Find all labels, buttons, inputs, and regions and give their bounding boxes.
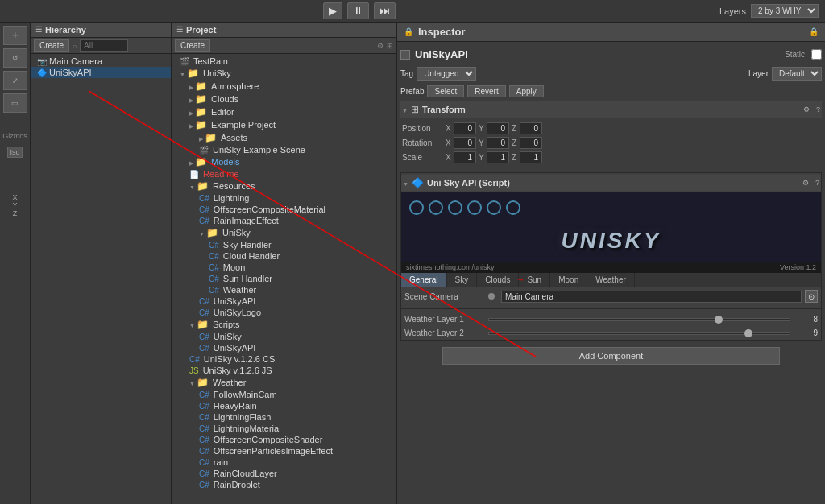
project-item-uniskyapi-scripts[interactable]: C# UniSkyAPI	[172, 342, 396, 353]
rot-x-input[interactable]	[454, 137, 476, 149]
gizmo-rect[interactable]: ▭	[3, 93, 27, 113]
project-create-button[interactable]: Create	[175, 39, 210, 52]
project-item-unisky-sub[interactable]: 📁 UniSky	[172, 226, 396, 239]
revert-button[interactable]: Revert	[467, 85, 505, 97]
project-item-weather-folder[interactable]: 📁 Weather	[172, 376, 396, 389]
project-item-weather-unisky[interactable]: C# Weather	[172, 284, 396, 295]
weather-layer1-thumb[interactable]	[715, 316, 723, 324]
project-item-lightning[interactable]: C# Lightning	[172, 192, 396, 204]
project-item-resources[interactable]: 📁 Resources	[172, 180, 396, 192]
tab-sky[interactable]: Sky	[447, 273, 478, 287]
rot-y-input[interactable]	[487, 137, 509, 149]
script-icon: C#	[199, 424, 209, 433]
project-item-models[interactable]: 📁 Models	[172, 155, 396, 168]
weather-layer2-track[interactable]	[488, 332, 790, 335]
project-item-followmaincam[interactable]: C# FollowMainCam	[172, 389, 396, 400]
pos-x-item: X	[446, 122, 476, 134]
project-item-rainimageeffect[interactable]: C# RainImageEffect	[172, 215, 396, 226]
project-item-uniskyapi-script[interactable]: C# UniSkyAPI	[172, 295, 396, 307]
tab-weather[interactable]: Weather	[587, 273, 635, 287]
sc-y-input[interactable]	[487, 151, 509, 163]
hierarchy-item-uniskyapi[interactable]: 🔷 UniSkyAPI	[31, 67, 171, 78]
project-item-unisky-cs[interactable]: C# UniSky v.1.2.6 CS	[172, 353, 396, 365]
project-item-unisky-script[interactable]: C# UniSky	[172, 331, 396, 342]
script-settings-icon[interactable]: ⚙	[802, 179, 809, 187]
scene-camera-picker[interactable]: ⊙	[805, 290, 818, 303]
pos-y-input[interactable]	[487, 122, 509, 134]
project-icons-icon[interactable]: ⊞	[387, 42, 393, 50]
tag-dropdown[interactable]: Untagged	[417, 67, 476, 81]
layer-dropdown[interactable]: Default	[772, 67, 822, 81]
transform-component-header[interactable]: ⊞ Transform ⚙ ?	[400, 101, 822, 118]
project-item-raindroplet[interactable]: C# RainDroplet	[172, 479, 396, 490]
project-item-readme[interactable]: 📄 Read me	[172, 168, 396, 180]
project-item-offscreencomposite[interactable]: C# OffscreenCompositeMaterial	[172, 204, 396, 215]
project-item-rain[interactable]: C# rain	[172, 456, 396, 468]
project-item-heavyrain[interactable]: C# HeavyRain	[172, 400, 396, 411]
project-item-testrain[interactable]: 🎬 TestRain	[172, 56, 396, 67]
layers-dropdown[interactable]: 2 by 3 WHY	[751, 4, 819, 18]
tab-general[interactable]: General	[401, 273, 447, 287]
project-item-offscreenparticles[interactable]: C# OffscreenParticlesImageEffect	[172, 445, 396, 456]
hierarchy-create-button[interactable]: Create	[34, 39, 69, 52]
project-item-lightningmaterial[interactable]: C# LightningMaterial	[172, 423, 396, 434]
weather-layer1-track[interactable]	[488, 318, 790, 321]
pos-z-input[interactable]	[520, 122, 542, 134]
project-item-raincloudlayer[interactable]: C# RainCloudLayer	[172, 468, 396, 479]
transform-settings-icon[interactable]: ⚙	[803, 105, 810, 114]
weather-layer2-thumb[interactable]	[744, 329, 752, 337]
project-item-skyhandler[interactable]: C# Sky Handler	[172, 239, 396, 250]
pause-button[interactable]: ⏸	[347, 2, 369, 19]
tab-clouds[interactable]: Clouds →	[477, 273, 519, 287]
sc-x-input[interactable]	[454, 151, 476, 163]
gizmo-move[interactable]: ✛	[3, 26, 27, 45]
rot-z-input[interactable]	[520, 137, 542, 149]
weather-layer1-row: Weather Layer 1 8	[401, 312, 821, 326]
project-item-clouds[interactable]: 📁 Clouds	[172, 93, 396, 105]
script-icon: 🔷	[412, 177, 424, 188]
project-item-example-scene[interactable]: 🎬 UniSky Example Scene	[172, 144, 396, 155]
static-checkbox[interactable]	[811, 49, 822, 60]
select-button[interactable]: Select	[427, 85, 464, 97]
project-item-unisky-root[interactable]: 📁 UniSky	[172, 67, 396, 80]
project-item-editor[interactable]: 📁 Editor	[172, 105, 396, 118]
script-icon: C#	[199, 194, 209, 203]
hierarchy-item-maincamera[interactable]: 📷 Main Camera	[31, 56, 171, 67]
gizmo-scale[interactable]: ⤢	[3, 71, 27, 90]
object-active-checkbox[interactable]	[400, 50, 410, 60]
project-item-sunhandler[interactable]: C# Sun Handler	[172, 273, 396, 284]
project-item-lightningflash[interactable]: C# LightningFlash	[172, 411, 396, 423]
apply-button[interactable]: Apply	[509, 85, 544, 97]
hierarchy-search-input[interactable]	[80, 39, 128, 52]
project-item-cloudhandler[interactable]: C# Cloud Handler	[172, 250, 396, 262]
pos-x-input[interactable]	[454, 122, 476, 134]
sc-z-input[interactable]	[520, 151, 542, 163]
project-item-scripts[interactable]: 📁 Scripts	[172, 318, 396, 331]
project-item-uniskylogo[interactable]: C# UniSkyLogo	[172, 307, 396, 318]
transform-help-icon[interactable]: ?	[816, 105, 820, 114]
tab-moon[interactable]: Moon	[550, 273, 587, 287]
folder-arrow	[189, 107, 193, 117]
project-item-assets[interactable]: 📁 Assets	[172, 131, 396, 144]
gizmo-rotate[interactable]: ↺	[3, 48, 27, 68]
lock-icon[interactable]: 🔒	[809, 27, 819, 36]
add-component-button[interactable]: Add Component	[442, 347, 779, 365]
project-item-example-project[interactable]: 📁 Example Project	[172, 118, 396, 131]
project-menu-icon[interactable]: ⚙	[377, 42, 383, 50]
tree-item-label: LightningMaterial	[214, 423, 281, 433]
project-title: Project	[186, 25, 216, 35]
project-item-moon[interactable]: C# Moon	[172, 262, 396, 273]
script-help-icon[interactable]: ?	[815, 179, 819, 187]
play-button[interactable]: ▶	[323, 2, 342, 19]
step-button[interactable]: ⏭	[374, 2, 396, 19]
unisky-circles	[409, 200, 520, 215]
project-item-atmosphere[interactable]: 📁 Atmosphere	[172, 80, 396, 93]
iso-label[interactable]: Iso	[7, 147, 22, 158]
folder-arrow	[189, 378, 195, 387]
scene-camera-input[interactable]	[501, 291, 802, 303]
project-item-unisky-js[interactable]: JS UniSky v.1.2.6 JS	[172, 365, 396, 376]
project-item-offscreencompositeshader[interactable]: C# OffscreenCompositeShader	[172, 434, 396, 445]
hierarchy-search-icon: ⌕	[73, 42, 77, 50]
tree-item-label: RainCloudLayer	[214, 469, 277, 478]
script-component-header[interactable]: 🔷 Uni Sky API (Script) ⚙ ?	[401, 175, 821, 191]
